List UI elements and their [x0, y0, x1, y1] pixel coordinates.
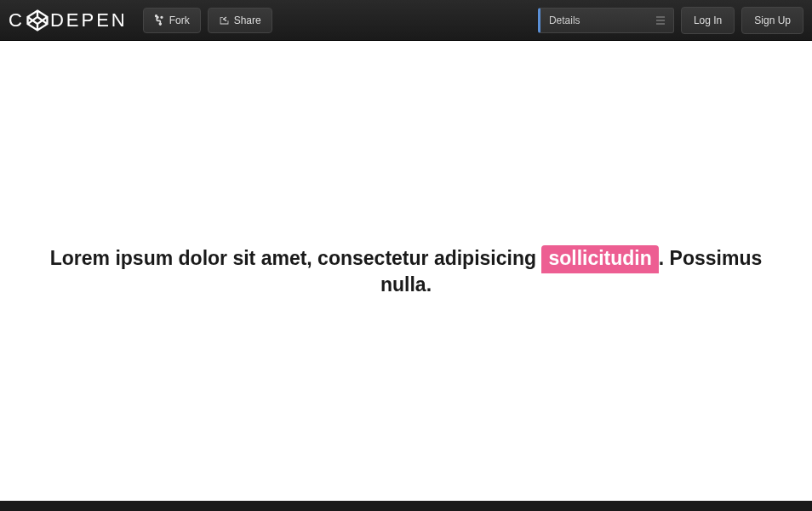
share-icon [219, 14, 230, 26]
demo-highlight: sollicitudin [541, 245, 658, 273]
menu-icon [656, 16, 665, 25]
fork-icon [154, 14, 165, 26]
share-label: Share [234, 14, 261, 26]
demo-paragraph: Lorem ipsum dolor sit amet, consectetur … [34, 245, 778, 296]
details-dropdown[interactable]: Details [538, 8, 674, 33]
footer-bar [0, 501, 812, 511]
codepen-logo[interactable]: C DEPEN [9, 9, 128, 32]
signup-button[interactable]: Sign Up [741, 7, 803, 34]
demo-text-before: Lorem ipsum dolor sit amet, consectetur … [50, 247, 542, 269]
login-label: Log In [694, 14, 722, 26]
fork-label: Fork [169, 14, 190, 26]
share-button[interactable]: Share [208, 8, 272, 33]
logo-text-prefix: C [9, 9, 25, 32]
details-label: Details [549, 14, 580, 26]
login-button[interactable]: Log In [681, 7, 735, 34]
pen-output: Lorem ipsum dolor sit amet, consectetur … [0, 41, 812, 501]
logo-text-suffix: DEPEN [50, 9, 128, 32]
signup-label: Sign Up [754, 14, 791, 26]
codepen-logo-icon [26, 9, 49, 32]
fork-button[interactable]: Fork [143, 8, 201, 33]
app-header: C DEPEN Fork Share Details Log In Sign U… [0, 0, 812, 41]
